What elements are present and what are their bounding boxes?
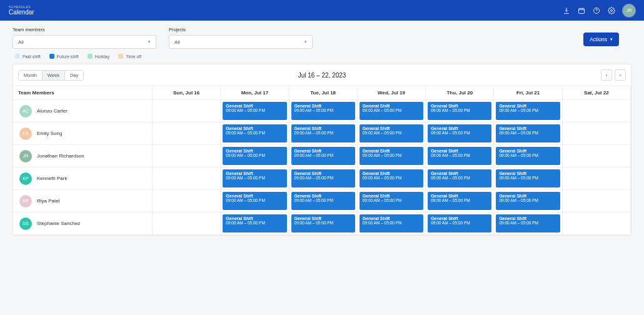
prev-button[interactable]: ‹	[601, 69, 612, 81]
member-name: Alonzo Carter	[37, 108, 68, 114]
actions-button[interactable]: Actions ▾	[583, 32, 619, 46]
day-cell[interactable]	[563, 212, 631, 235]
shift-block[interactable]: General Shift09:00 AM – 05:00 PM	[223, 169, 286, 188]
day-cell[interactable]: General Shift09:00 AM – 05:00 PM	[289, 145, 358, 168]
day-cell[interactable]	[563, 122, 631, 145]
shift-block[interactable]: General Shift09:00 AM – 05:00 PM	[223, 214, 286, 232]
day-cell[interactable]: General Shift09:00 AM – 05:00 PM	[494, 190, 562, 212]
shift-block[interactable]: General Shift09:00 AM – 05:00 PM	[428, 169, 491, 188]
shift-block[interactable]: General Shift09:00 AM – 05:00 PM	[291, 147, 355, 165]
view-day-button[interactable]: Day	[65, 71, 83, 80]
day-cell[interactable]	[153, 100, 221, 122]
legend-label: Past shift	[23, 54, 41, 59]
day-cell[interactable]: General Shift09:00 AM – 05:00 PM	[358, 122, 426, 145]
team-members-select[interactable]: All ▾	[13, 35, 156, 49]
shift-block[interactable]: General Shift09:00 AM – 05:00 PM	[428, 124, 491, 142]
day-cell[interactable]: General Shift09:00 AM – 05:00 PM	[358, 212, 426, 235]
day-cell[interactable]	[153, 190, 221, 212]
day-cell[interactable]: General Shift09:00 AM – 05:00 PM	[289, 168, 358, 190]
shift-time: 09:00 AM – 05:00 PM	[431, 131, 488, 135]
filters-row: Team members All ▾ Projects All ▾	[0, 21, 325, 52]
day-cell[interactable]: General Shift09:00 AM – 05:00 PM	[221, 122, 289, 145]
shift-block[interactable]: General Shift09:00 AM – 05:00 PM	[291, 192, 355, 210]
help-icon[interactable]	[593, 7, 600, 14]
day-cell[interactable]: General Shift09:00 AM – 05:00 PM	[494, 145, 562, 168]
user-avatar[interactable]: JR	[623, 4, 635, 17]
day-cell[interactable]: General Shift09:00 AM – 05:00 PM	[289, 122, 358, 145]
day-cell[interactable]: General Shift09:00 AM – 05:00 PM	[426, 190, 494, 212]
shift-block[interactable]: General Shift09:00 AM – 05:00 PM	[360, 192, 423, 210]
day-cell[interactable]	[153, 145, 221, 168]
shift-time: 09:00 AM – 05:00 PM	[226, 108, 283, 112]
day-cell[interactable]: General Shift09:00 AM – 05:00 PM	[221, 212, 289, 235]
day-cell[interactable]: General Shift09:00 AM – 05:00 PM	[289, 190, 358, 212]
day-cell[interactable]	[563, 168, 631, 190]
day-cell[interactable]: General Shift09:00 AM – 05:00 PM	[494, 100, 562, 122]
shift-block[interactable]: General Shift09:00 AM – 05:00 PM	[360, 147, 423, 165]
shift-block[interactable]: General Shift09:00 AM – 05:00 PM	[428, 214, 491, 232]
download-icon[interactable]	[563, 7, 570, 14]
day-cell[interactable]: General Shift09:00 AM – 05:00 PM	[426, 122, 494, 145]
shift-block[interactable]: General Shift09:00 AM – 05:00 PM	[428, 192, 491, 210]
day-cell[interactable]	[153, 168, 221, 190]
day-cell[interactable]: General Shift09:00 AM – 05:00 PM	[426, 168, 494, 190]
shift-block[interactable]: General Shift09:00 AM – 05:00 PM	[496, 214, 560, 232]
shift-block[interactable]: General Shift09:00 AM – 05:00 PM	[291, 102, 355, 120]
view-month-button[interactable]: Month	[19, 71, 43, 80]
day-cell[interactable]: General Shift09:00 AM – 05:00 PM	[426, 100, 494, 122]
shift-title: General Shift	[431, 216, 488, 221]
day-cell[interactable]: General Shift09:00 AM – 05:00 PM	[494, 122, 562, 145]
day-cell[interactable]: General Shift09:00 AM – 05:00 PM	[221, 100, 289, 122]
shift-block[interactable]: General Shift09:00 AM – 05:00 PM	[291, 169, 355, 188]
day-cell[interactable]	[563, 145, 631, 168]
day-cell[interactable]: General Shift09:00 AM – 05:00 PM	[289, 100, 358, 122]
day-cell[interactable]: General Shift09:00 AM – 05:00 PM	[221, 145, 289, 168]
day-cell[interactable]: General Shift09:00 AM – 05:00 PM	[358, 100, 426, 122]
shift-block[interactable]: General Shift09:00 AM – 05:00 PM	[496, 192, 560, 210]
shift-time: 09:00 AM – 05:00 PM	[431, 108, 488, 112]
day-cell[interactable]: General Shift09:00 AM – 05:00 PM	[358, 190, 426, 212]
settings-icon[interactable]	[608, 7, 615, 14]
day-cell[interactable]: General Shift09:00 AM – 05:00 PM	[358, 145, 426, 168]
day-cell[interactable]: General Shift09:00 AM – 05:00 PM	[358, 168, 426, 190]
member-cell[interactable]: SSStephanie Sanchez	[13, 212, 153, 235]
shift-block[interactable]: General Shift09:00 AM – 05:00 PM	[223, 147, 286, 165]
chevron-down-icon: ▾	[304, 39, 307, 44]
view-week-button[interactable]: Week	[43, 71, 65, 80]
next-button[interactable]: ›	[615, 69, 626, 81]
shift-block[interactable]: General Shift09:00 AM – 05:00 PM	[496, 102, 560, 120]
member-cell[interactable]: JRJonathan Richardson	[13, 145, 153, 168]
day-cell[interactable]: General Shift09:00 AM – 05:00 PM	[426, 145, 494, 168]
legend-label: Time off	[126, 54, 141, 59]
member-cell[interactable]: RPRiya Patel	[13, 190, 153, 212]
shift-block[interactable]: General Shift09:00 AM – 05:00 PM	[360, 214, 423, 232]
shift-block[interactable]: General Shift09:00 AM – 05:00 PM	[291, 124, 355, 142]
shift-block[interactable]: General Shift09:00 AM – 05:00 PM	[428, 102, 491, 120]
shift-block[interactable]: General Shift09:00 AM – 05:00 PM	[496, 124, 560, 142]
day-cell[interactable]	[563, 190, 631, 212]
day-cell[interactable]: General Shift09:00 AM – 05:00 PM	[289, 212, 358, 235]
member-cell[interactable]: ACAlonzo Carter	[13, 100, 153, 122]
shift-block[interactable]: General Shift09:00 AM – 05:00 PM	[428, 147, 491, 165]
day-cell[interactable]	[153, 212, 221, 235]
shift-block[interactable]: General Shift09:00 AM – 05:00 PM	[360, 102, 423, 120]
day-cell[interactable]	[153, 122, 221, 145]
shift-block[interactable]: General Shift09:00 AM – 05:00 PM	[223, 102, 286, 120]
day-cell[interactable]	[563, 100, 631, 122]
shift-block[interactable]: General Shift09:00 AM – 05:00 PM	[360, 169, 423, 188]
day-cell[interactable]: General Shift09:00 AM – 05:00 PM	[426, 212, 494, 235]
shift-block[interactable]: General Shift09:00 AM – 05:00 PM	[496, 147, 560, 165]
shift-block[interactable]: General Shift09:00 AM – 05:00 PM	[496, 169, 560, 188]
day-cell[interactable]: General Shift09:00 AM – 05:00 PM	[221, 190, 289, 212]
projects-select[interactable]: All ▾	[169, 35, 313, 49]
calendar-icon[interactable]	[578, 7, 585, 14]
day-cell[interactable]: General Shift09:00 AM – 05:00 PM	[494, 168, 562, 190]
shift-block[interactable]: General Shift09:00 AM – 05:00 PM	[223, 192, 286, 210]
day-cell[interactable]: General Shift09:00 AM – 05:00 PM	[494, 212, 562, 235]
member-cell[interactable]: KPKenneth Park	[13, 168, 153, 190]
shift-block[interactable]: General Shift09:00 AM – 05:00 PM	[360, 124, 423, 142]
shift-block[interactable]: General Shift09:00 AM – 05:00 PM	[291, 214, 355, 232]
shift-block[interactable]: General Shift09:00 AM – 05:00 PM	[223, 124, 286, 142]
member-cell[interactable]: ESEmily Song	[13, 122, 153, 145]
day-cell[interactable]: General Shift09:00 AM – 05:00 PM	[221, 168, 289, 190]
